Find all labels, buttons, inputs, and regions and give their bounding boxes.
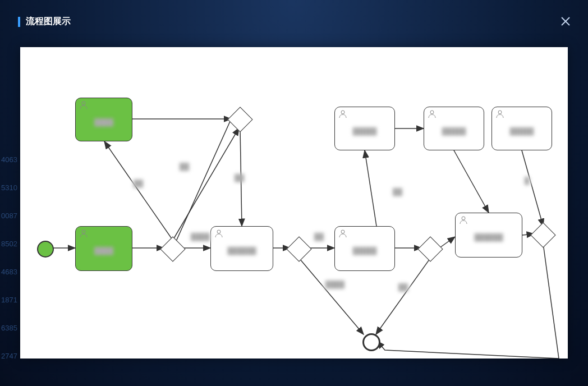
gateway[interactable] xyxy=(160,236,185,261)
edge-label: ████ xyxy=(323,280,347,289)
close-button[interactable] xyxy=(560,16,571,27)
user-task[interactable]: ████ xyxy=(75,98,132,141)
svg-point-4 xyxy=(217,230,220,233)
edge-label: ██ xyxy=(232,173,246,182)
user-icon xyxy=(338,109,347,118)
edge-label: ██ xyxy=(391,187,405,196)
svg-point-6 xyxy=(341,111,344,114)
edge-label: ██ xyxy=(177,162,191,171)
svg-point-2 xyxy=(82,102,85,105)
edge-label: ██ xyxy=(312,232,326,241)
svg-point-3 xyxy=(82,230,85,233)
user-icon xyxy=(214,229,223,238)
edge-label: ████ xyxy=(189,232,212,241)
edge-label: █ xyxy=(522,176,532,185)
user-task[interactable]: █████ xyxy=(424,107,484,150)
user-icon xyxy=(79,229,88,238)
user-task[interactable]: ██████ xyxy=(455,213,522,258)
user-task[interactable]: █████ xyxy=(334,107,395,150)
gateway[interactable] xyxy=(417,236,443,261)
task-label: ██████ xyxy=(215,247,268,255)
svg-point-8 xyxy=(462,217,465,220)
modal-title: 流程图展示 xyxy=(26,16,71,27)
gateway[interactable] xyxy=(530,222,555,247)
background-data-rows: 40635310 00878502 46831871 63852747 xyxy=(0,146,17,370)
task-label: ████ xyxy=(80,118,127,126)
flowchart-canvas[interactable]: ████████████████████████████████████████… xyxy=(20,47,568,359)
header-accent-bar xyxy=(18,17,20,27)
svg-point-7 xyxy=(430,111,434,114)
task-label: █████ xyxy=(429,127,479,135)
nodes-layer: ████████████████████████████████████████… xyxy=(20,47,568,359)
edge-label: ██ xyxy=(131,179,145,188)
start-event[interactable] xyxy=(37,241,54,258)
gateway[interactable] xyxy=(286,236,311,261)
end-event[interactable] xyxy=(362,333,380,351)
user-icon xyxy=(459,215,468,224)
user-task[interactable]: ██████ xyxy=(210,226,273,271)
user-icon xyxy=(338,229,347,238)
close-icon xyxy=(560,16,571,27)
task-label: █████ xyxy=(497,127,547,135)
modal-header: 流程图展示 xyxy=(18,16,71,27)
user-icon xyxy=(495,109,504,118)
task-label: ██████ xyxy=(460,233,517,241)
user-icon xyxy=(79,100,88,109)
user-task[interactable]: █████ xyxy=(491,107,552,150)
svg-point-9 xyxy=(498,111,502,114)
user-task[interactable]: ████ xyxy=(75,226,132,271)
edge-label: ██ xyxy=(396,283,410,292)
task-label: █████ xyxy=(339,247,390,255)
task-label: █████ xyxy=(339,127,390,135)
user-task[interactable]: █████ xyxy=(334,226,395,271)
svg-point-5 xyxy=(341,230,344,233)
gateway[interactable] xyxy=(227,107,252,132)
task-label: ████ xyxy=(80,247,127,255)
user-icon xyxy=(428,109,437,118)
